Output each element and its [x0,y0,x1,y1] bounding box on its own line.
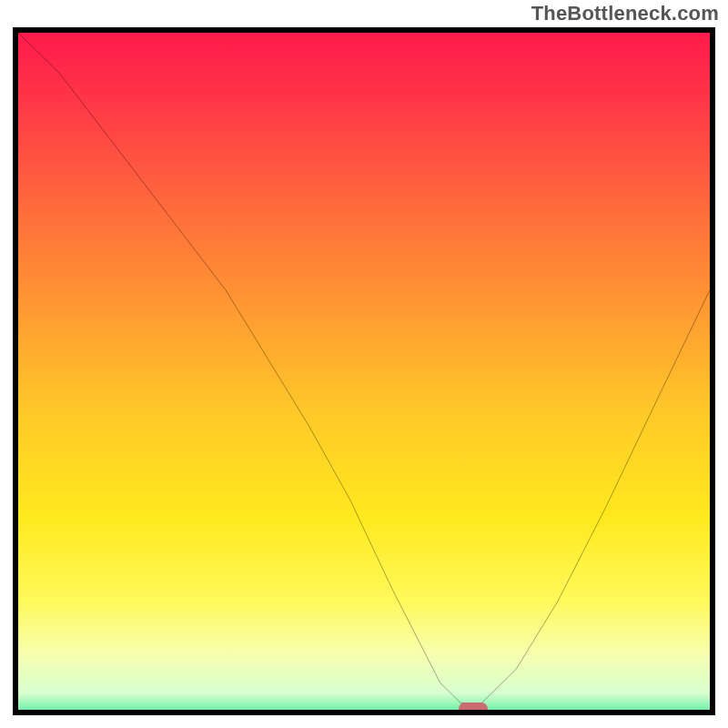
optimal-point-marker [459,703,488,715]
chart-container: TheBottleneck.com [0,0,728,728]
bottleneck-curve [18,33,710,710]
attribution-label: TheBottleneck.com [531,2,719,25]
plot-area [13,27,715,715]
